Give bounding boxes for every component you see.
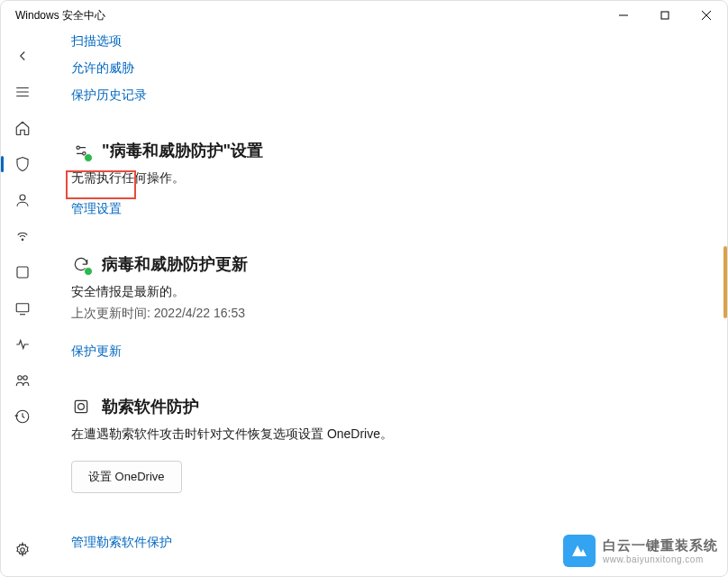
refresh-icon bbox=[71, 254, 91, 274]
status-ok-badge bbox=[84, 153, 93, 162]
allowed-threats-link[interactable]: 允许的威胁 bbox=[71, 60, 700, 77]
minimize-button[interactable] bbox=[603, 1, 644, 30]
ransomware-section: 勒索软件防护 在遭遇勒索软件攻击时针对文件恢复选项设置 OneDrive。 设置… bbox=[71, 396, 700, 551]
svg-point-14 bbox=[21, 548, 25, 553]
ransomware-desc: 在遭遇勒索软件攻击时针对文件恢复选项设置 OneDrive。 bbox=[71, 426, 700, 443]
svg-rect-1 bbox=[661, 12, 669, 19]
sidebar bbox=[1, 30, 44, 576]
svg-point-8 bbox=[22, 239, 23, 241]
sidebar-item-firewall[interactable] bbox=[1, 219, 44, 253]
manage-settings-link[interactable]: 管理设置 bbox=[71, 201, 122, 217]
virus-settings-desc: 无需执行任何操作。 bbox=[71, 170, 700, 187]
close-icon bbox=[702, 11, 711, 20]
sidebar-item-home[interactable] bbox=[1, 111, 44, 145]
watermark-url: www.baiyunxitong.com bbox=[603, 554, 718, 564]
family-icon bbox=[14, 372, 31, 389]
hamburger-icon bbox=[14, 84, 31, 100]
svg-rect-10 bbox=[16, 304, 29, 312]
main-content: 扫描选项 允许的威胁 保护历史记录 "病毒和威胁防护"设置 无需执行任何操作。 … bbox=[44, 30, 727, 576]
svg-point-13 bbox=[23, 376, 28, 380]
virus-updates-section: 病毒和威胁防护更新 安全情报是最新的。 上次更新时间: 2022/4/22 16… bbox=[71, 253, 700, 360]
top-links: 扫描选项 允许的威胁 保护历史记录 bbox=[71, 33, 700, 104]
window-title: Windows 安全中心 bbox=[15, 8, 105, 23]
gear-icon bbox=[14, 542, 31, 558]
maximize-icon bbox=[660, 11, 669, 20]
back-arrow-icon bbox=[14, 48, 31, 64]
virus-updates-lastupdate: 上次更新时间: 2022/4/22 16:53 bbox=[71, 306, 700, 322]
close-button[interactable] bbox=[686, 1, 727, 30]
svg-rect-17 bbox=[75, 400, 86, 412]
heart-icon bbox=[14, 336, 31, 353]
back-button[interactable] bbox=[1, 39, 44, 73]
virus-updates-title: 病毒和威胁防护更新 bbox=[102, 253, 248, 275]
settings-shield-icon bbox=[71, 141, 91, 160]
virus-settings-title: "病毒和威胁防护"设置 bbox=[102, 140, 263, 161]
sidebar-item-account[interactable] bbox=[1, 183, 44, 217]
home-icon bbox=[14, 120, 31, 136]
titlebar: Windows 安全中心 bbox=[1, 1, 727, 30]
menu-button[interactable] bbox=[1, 75, 44, 109]
watermark: 白云一键重装系统 www.baiyunxitong.com bbox=[563, 535, 718, 567]
svg-point-15 bbox=[77, 146, 79, 149]
app-icon bbox=[14, 264, 31, 280]
svg-point-7 bbox=[20, 195, 25, 200]
window-controls bbox=[603, 1, 727, 30]
account-icon bbox=[14, 192, 31, 208]
sidebar-item-settings[interactable] bbox=[1, 533, 44, 567]
watermark-title: 白云一键重装系统 bbox=[603, 537, 718, 554]
protection-update-link[interactable]: 保护更新 bbox=[71, 343, 122, 360]
sidebar-item-device-security[interactable] bbox=[1, 291, 44, 325]
svg-rect-9 bbox=[17, 267, 28, 278]
svg-point-12 bbox=[18, 376, 23, 380]
status-ok-badge bbox=[84, 267, 93, 276]
scan-options-link[interactable]: 扫描选项 bbox=[71, 33, 700, 50]
sidebar-item-history[interactable] bbox=[1, 399, 44, 434]
shield-icon bbox=[14, 156, 31, 172]
scrollbar[interactable] bbox=[723, 246, 727, 318]
sidebar-item-app-browser[interactable] bbox=[1, 255, 44, 289]
minimize-icon bbox=[619, 11, 628, 20]
protection-history-link[interactable]: 保护历史记录 bbox=[71, 87, 700, 104]
manage-ransomware-link[interactable]: 管理勒索软件保护 bbox=[71, 535, 172, 551]
monitor-icon bbox=[14, 300, 31, 316]
sidebar-item-device-performance[interactable] bbox=[1, 327, 44, 362]
ransomware-icon bbox=[71, 397, 91, 417]
virus-updates-desc: 安全情报是最新的。 bbox=[71, 284, 700, 300]
wifi-icon bbox=[14, 228, 31, 244]
ransomware-title: 勒索软件防护 bbox=[102, 396, 199, 417]
sidebar-item-virus-protection[interactable] bbox=[1, 147, 44, 181]
maximize-button[interactable] bbox=[644, 1, 686, 30]
setup-onedrive-button[interactable]: 设置 OneDrive bbox=[71, 461, 182, 493]
watermark-logo bbox=[563, 535, 596, 567]
history-icon bbox=[14, 408, 31, 425]
svg-point-18 bbox=[78, 404, 85, 410]
virus-settings-section: "病毒和威胁防护"设置 无需执行任何操作。 管理设置 bbox=[71, 140, 700, 217]
sidebar-item-family[interactable] bbox=[1, 363, 44, 398]
